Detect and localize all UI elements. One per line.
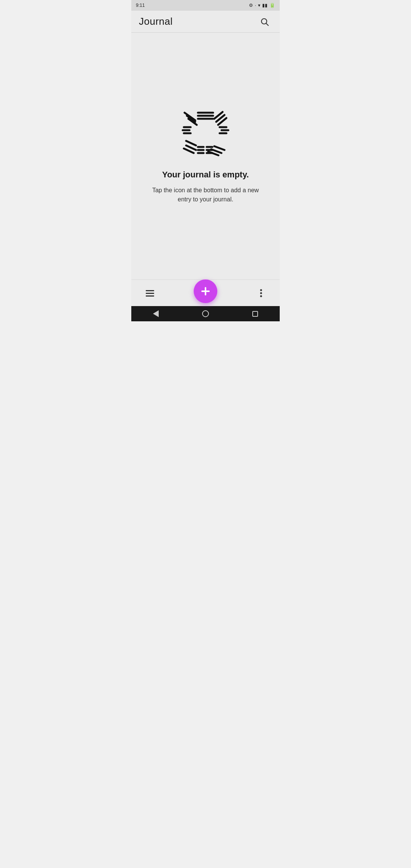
back-button[interactable] xyxy=(145,307,166,320)
svg-rect-30 xyxy=(146,293,154,294)
app-bar: Journal xyxy=(131,11,280,33)
svg-point-34 xyxy=(260,289,262,291)
search-button[interactable] xyxy=(257,14,272,29)
svg-line-11 xyxy=(214,146,225,150)
recents-icon xyxy=(252,311,258,317)
menu-button[interactable] xyxy=(142,285,158,301)
android-nav-bar xyxy=(131,306,280,321)
add-entry-button[interactable] xyxy=(194,279,217,303)
status-bar: 9:11 ⚙ · ▾ ▮▮ 🔋 xyxy=(131,0,280,11)
wifi-icon: ▾ xyxy=(258,3,260,8)
svg-point-35 xyxy=(260,292,262,294)
empty-state-title: Your journal is empty. xyxy=(162,170,249,180)
status-icons: ⚙ · ▾ ▮▮ 🔋 xyxy=(249,3,275,8)
home-button[interactable] xyxy=(194,307,217,320)
battery-icon: 🔋 xyxy=(269,3,275,8)
dot-indicator: · xyxy=(255,3,256,8)
svg-rect-29 xyxy=(146,290,154,291)
svg-line-1 xyxy=(266,23,269,26)
page-title: Journal xyxy=(139,16,173,27)
svg-rect-31 xyxy=(146,295,154,297)
svg-point-36 xyxy=(260,295,262,297)
main-content: Your journal is empty. Tap the icon at t… xyxy=(131,33,280,279)
status-time: 9:11 xyxy=(136,3,145,8)
search-icon xyxy=(260,17,269,26)
svg-line-22 xyxy=(186,141,196,145)
signal-icon: ▮▮ xyxy=(262,3,268,8)
recents-button[interactable] xyxy=(245,308,266,320)
svg-rect-33 xyxy=(201,290,210,292)
empty-state-subtitle: Tap the icon at the bottom to add a new … xyxy=(148,186,263,204)
home-icon xyxy=(202,310,209,317)
bottom-nav xyxy=(131,279,280,306)
plus-icon xyxy=(200,286,211,297)
empty-state-icon xyxy=(181,108,230,158)
more-vertical-icon xyxy=(256,288,266,298)
back-icon xyxy=(153,310,159,317)
settings-icon: ⚙ xyxy=(249,3,253,8)
more-options-button[interactable] xyxy=(253,285,269,301)
hamburger-icon xyxy=(145,288,155,298)
